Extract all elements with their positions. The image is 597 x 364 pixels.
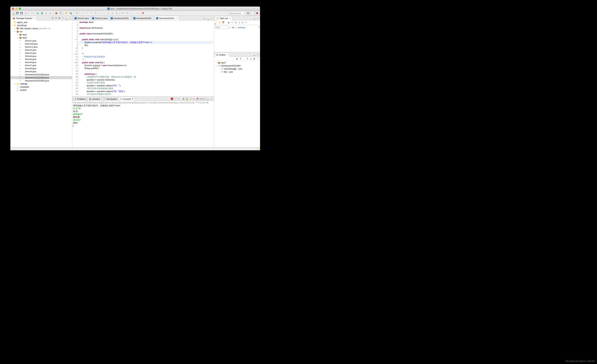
maximize-icon[interactable]: □	[210, 17, 213, 20]
editor-tab[interactable]: Demo1.java	[73, 16, 90, 20]
tree-node[interactable]: ▾📁JavaStudy	[10, 24, 72, 27]
terminate-button[interactable]	[171, 98, 173, 100]
tree-node[interactable]: ▸Demo5.java	[10, 58, 72, 61]
prev-annotation-button[interactable]: ↶	[121, 11, 125, 15]
java-perspective-button[interactable]	[251, 11, 255, 15]
run-button[interactable]	[40, 11, 44, 15]
tree-node[interactable]: ▸Demo8.java	[10, 67, 72, 70]
editor-tab[interactable]: Homework1010...	[109, 16, 132, 20]
debug-perspective-button[interactable]: 🐞	[255, 11, 259, 15]
tree-node[interactable]: 📄.classpath	[10, 85, 72, 88]
scroll-lock-icon[interactable]: 🔒	[185, 97, 189, 100]
tree-node[interactable]: ▸📁.settings	[10, 82, 72, 85]
tree-node[interactable]: ▸📦day2	[10, 33, 72, 36]
collapse-all-icon[interactable]: ⊟	[234, 21, 237, 24]
problems-tab[interactable]: ⚠Problems	[73, 97, 87, 101]
forward-button[interactable]: →	[135, 11, 139, 15]
tree-node[interactable]: ▸📚JRE System Library [JavaSE-11]	[10, 27, 72, 30]
tree-node[interactable]: ▾ⒸHomework10101004	[214, 64, 260, 67]
console-output[interactable]: Homework10101004 [Java Application] /Lib…	[72, 101, 214, 147]
filter-icon[interactable]: ⚹	[237, 21, 241, 24]
back-button[interactable]: ←	[131, 11, 135, 15]
open-perspective-button[interactable]: ⊞	[246, 11, 250, 15]
zoom-icon[interactable]	[19, 8, 21, 10]
code-editor[interactable]: 123456⊖7891011⊖121314⊖151617181920212223…	[72, 20, 214, 96]
tree-node[interactable]: ▸Demo4.java	[10, 54, 72, 58]
display-console-icon[interactable]: ▭▾	[199, 97, 202, 100]
minimize-icon[interactable]: ▁	[253, 16, 256, 20]
minimize-icon[interactable]	[16, 8, 17, 10]
tab-overflow-icon[interactable]: »₉	[203, 17, 206, 20]
maximize-icon[interactable]: □	[68, 16, 71, 20]
console-tab[interactable]: ▭Console✕	[119, 97, 134, 101]
package-explorer-tab[interactable]: 📦 Package Explorer ✕	[11, 16, 37, 20]
sort-icon[interactable]: ⇅	[239, 57, 242, 60]
close-icon[interactable]: ✕	[132, 98, 133, 100]
search-button[interactable]: 🔦	[69, 11, 73, 15]
view-menu-icon[interactable]: ▽	[256, 57, 259, 60]
editor-tab[interactable]: Homework1010...	[132, 16, 154, 20]
focus-task-icon[interactable]: ◉	[58, 16, 61, 20]
minimize-icon[interactable]: ▁	[253, 53, 256, 56]
view-menu-icon[interactable]: ▽	[61, 16, 64, 20]
hide-nonpublic-icon[interactable]: ●	[249, 57, 252, 60]
help-icon[interactable]: ?	[258, 26, 259, 29]
all-link[interactable]: All	[232, 26, 234, 29]
quick-access-input[interactable]	[227, 12, 244, 15]
new-button[interactable]	[11, 11, 15, 15]
tree-node[interactable]: ▸Demo2.java	[10, 48, 72, 52]
view-menu-icon[interactable]: ▽	[244, 21, 248, 24]
outline-tree[interactable]: 📦day3▾ⒸHomework10101004●Smain(String[]) …	[214, 61, 260, 74]
save-button[interactable]: 💾	[16, 11, 19, 15]
run-last-button[interactable]: ▸	[48, 11, 52, 15]
editor-tab[interactable]: Homework1010...✕	[155, 16, 179, 20]
tree-node[interactable]: 📦day3	[214, 61, 260, 64]
focus-workweek-icon[interactable]: ◉	[227, 21, 230, 24]
coverage-button[interactable]: ▸	[44, 11, 48, 15]
declaration-tab[interactable]: 📋Declaration	[102, 97, 119, 101]
clear-console-icon[interactable]: 🗑	[182, 97, 185, 100]
toggle-mark-button[interactable]: ✎	[75, 11, 79, 15]
minimize-icon[interactable]: ▁	[206, 97, 209, 100]
open-console-icon[interactable]: ▭+	[203, 97, 206, 100]
close-icon[interactable]: ✕	[34, 17, 35, 19]
categorize-icon[interactable]: 📁	[218, 21, 221, 24]
open-type-button[interactable]: 📂	[65, 11, 69, 15]
tree-node[interactable]: ▸Demo11.java	[10, 45, 72, 48]
pin-console-icon[interactable]: 📌	[196, 97, 199, 100]
pin-button[interactable]: 📌	[141, 11, 145, 15]
toggle-breadcrumb-button[interactable]: ▭	[24, 11, 28, 15]
activate-link[interactable]: Activate...	[237, 26, 247, 29]
find-input[interactable]	[215, 26, 228, 29]
new-class-button[interactable]: Ⓒ	[59, 11, 63, 15]
javadoc-tab[interactable]: @Javadoc	[88, 97, 101, 101]
close-icon[interactable]: ✕	[227, 54, 228, 56]
tree-node[interactable]: ▸Demo7.java	[10, 64, 72, 67]
next-annotation-button[interactable]: ↷	[125, 11, 129, 15]
hide-fields-icon[interactable]: ◦	[242, 57, 245, 60]
save-all-button[interactable]: 💾	[20, 11, 24, 15]
skip-breakpoints-button[interactable]: ⤳	[30, 11, 34, 15]
package-tree[interactable]: 📁day01_test▾📁JavaStudy▸📚JRE System Libra…	[10, 20, 72, 147]
tree-node[interactable]: ●SAI() : void	[214, 70, 260, 73]
tip-icon[interactable]	[257, 147, 259, 150]
tree-node[interactable]: ▸Demo3.java	[10, 52, 72, 54]
link-editor-icon[interactable]: ⇄	[55, 16, 57, 20]
tree-node[interactable]: ▾📦day3	[10, 36, 72, 39]
tree-node[interactable]: 📁day01_test	[10, 21, 72, 24]
hide-static-icon[interactable]: S	[246, 57, 249, 60]
close-icon[interactable]	[12, 8, 14, 10]
hide-icon[interactable]: 👁	[241, 21, 244, 24]
close-icon[interactable]: ✕	[229, 17, 231, 19]
tree-node[interactable]: ▸Demo10.java	[10, 42, 72, 45]
maximize-icon[interactable]: □	[256, 53, 259, 56]
tree-node[interactable]: 📄.project	[10, 88, 72, 92]
maximize-icon[interactable]: □	[256, 16, 259, 20]
new-task-icon[interactable]: 📄▾	[215, 21, 218, 24]
new-package-button[interactable]: 📦	[55, 11, 58, 15]
collapse-all-icon[interactable]: ⊟	[51, 16, 54, 20]
task-list-tab[interactable]: 📋 Task List ✕	[215, 16, 232, 20]
tree-node[interactable]: ▸Homework10101004.java	[10, 76, 72, 79]
synchronize-icon[interactable]: ↻	[231, 21, 234, 24]
schedule-icon[interactable]: 📅	[222, 21, 225, 24]
